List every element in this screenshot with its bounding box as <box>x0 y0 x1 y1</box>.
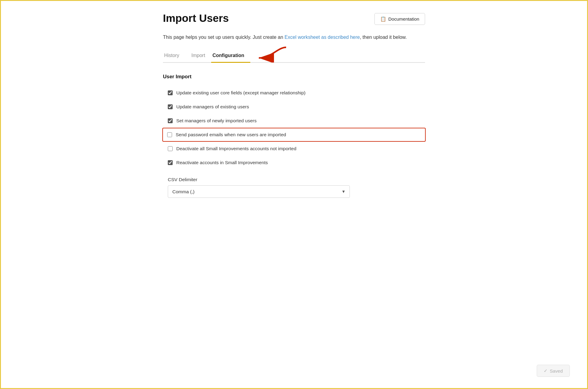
documentation-button[interactable]: 📋 Documentation <box>374 13 425 25</box>
csv-delimiter-section: CSV Delimiter Comma (,) Semicolon (;) Ta… <box>163 177 425 198</box>
checkbox-update-core-fields[interactable] <box>168 90 173 95</box>
red-arrow-indicator <box>253 44 287 63</box>
checkbox-reactivate-accounts[interactable] <box>168 160 173 165</box>
checkbox-label-set-managers-new: Set managers of newly imported users <box>176 118 257 123</box>
page-title: Import Users <box>163 12 229 25</box>
checkbox-label-deactivate-accounts: Deactivate all Small Improvements accoun… <box>176 146 296 151</box>
checkbox-item-update-managers[interactable]: Update managers of existing users <box>163 100 425 114</box>
tab-history[interactable]: History <box>163 50 185 63</box>
checkbox-send-password-emails[interactable] <box>167 132 172 137</box>
description-after-link: , then upload it below. <box>360 35 407 40</box>
description-text: This page helps you set up users quickly… <box>163 33 425 41</box>
tab-import[interactable]: Import <box>185 50 211 63</box>
documentation-button-label: Documentation <box>388 16 419 22</box>
tabs-container: History Import Configuration <box>163 50 425 63</box>
csv-delimiter-label: CSV Delimiter <box>168 177 425 182</box>
checkbox-label-update-managers: Update managers of existing users <box>176 104 249 110</box>
page-container: Import Users 📋 Documentation This page h… <box>148 1 440 216</box>
checkbox-label-reactivate-accounts: Reactivate accounts in Small Improvement… <box>176 160 268 165</box>
description-before-link: This page helps you set up users quickly… <box>163 35 285 40</box>
checkbox-item-set-managers-new[interactable]: Set managers of newly imported users <box>163 114 425 128</box>
excel-link[interactable]: Excel worksheet as described here <box>285 35 360 40</box>
tab-configuration-wrapper: Configuration <box>211 50 250 62</box>
saved-button: ✓ Saved <box>537 365 570 377</box>
checkbox-update-managers[interactable] <box>168 104 173 109</box>
checkbox-item-send-password-emails[interactable]: Send password emails when new users are … <box>162 128 426 142</box>
documentation-icon: 📋 <box>380 16 386 22</box>
checkbox-item-update-core-fields[interactable]: Update existing user core fields (except… <box>163 86 425 100</box>
checkbox-item-deactivate-accounts[interactable]: Deactivate all Small Improvements accoun… <box>163 142 425 156</box>
checkbox-set-managers-new[interactable] <box>168 118 173 123</box>
checkbox-list: Update existing user core fields (except… <box>163 86 425 170</box>
checkbox-deactivate-accounts[interactable] <box>168 146 173 151</box>
checkbox-label-update-core-fields: Update existing user core fields (except… <box>176 90 306 96</box>
tab-configuration[interactable]: Configuration <box>211 50 250 63</box>
page-header: Import Users 📋 Documentation <box>163 12 425 25</box>
checkbox-label-send-password-emails: Send password emails when new users are … <box>176 132 286 137</box>
csv-delimiter-select[interactable]: Comma (,) Semicolon (;) Tab <box>168 185 350 198</box>
saved-button-label: Saved <box>550 368 563 374</box>
csv-select-wrapper: Comma (,) Semicolon (;) Tab ▼ <box>168 185 350 198</box>
checkbox-item-reactivate-accounts[interactable]: Reactivate accounts in Small Improvement… <box>163 156 425 170</box>
section-title: User Import <box>163 74 425 80</box>
saved-checkmark-icon: ✓ <box>544 368 548 374</box>
